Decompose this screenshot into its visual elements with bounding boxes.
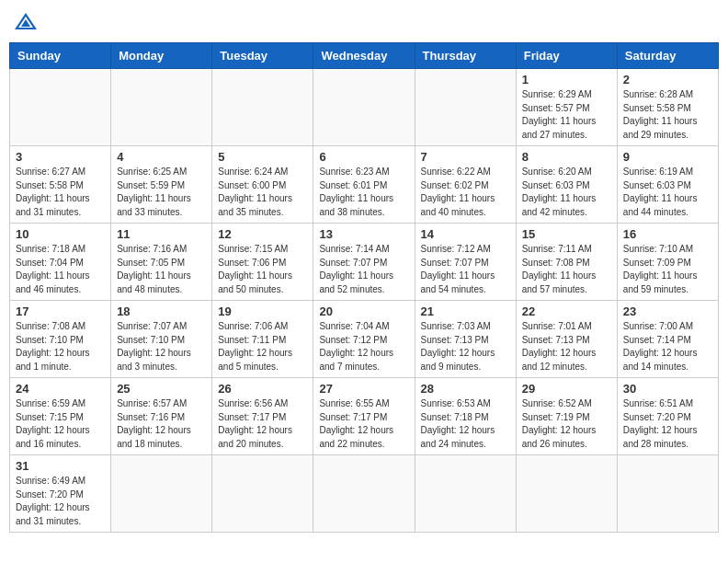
calendar-cell: 19Sunrise: 7:06 AM Sunset: 7:11 PM Dayli…: [212, 301, 313, 378]
calendar-cell: [415, 69, 516, 146]
day-info: Sunrise: 6:24 AM Sunset: 6:00 PM Dayligh…: [218, 166, 307, 219]
calendar-cell: [111, 455, 212, 533]
weekday-header-thursday: Thursday: [415, 43, 516, 69]
day-number: 13: [319, 227, 408, 241]
day-info: Sunrise: 6:56 AM Sunset: 7:17 PM Dayligh…: [218, 397, 307, 451]
day-number: 8: [522, 150, 611, 164]
day-info: Sunrise: 7:08 AM Sunset: 7:10 PM Dayligh…: [16, 320, 105, 373]
calendar-cell: 30Sunrise: 6:51 AM Sunset: 7:20 PM Dayli…: [617, 378, 718, 455]
day-info: Sunrise: 7:12 AM Sunset: 7:07 PM Dayligh…: [421, 243, 510, 296]
header: [9, 9, 719, 35]
calendar-cell: 22Sunrise: 7:01 AM Sunset: 7:13 PM Dayli…: [516, 301, 617, 378]
day-number: 14: [421, 227, 510, 241]
day-number: 18: [117, 304, 206, 318]
day-number: 16: [623, 227, 712, 241]
calendar-cell: 9Sunrise: 6:19 AM Sunset: 6:03 PM Daylig…: [617, 146, 718, 224]
day-number: 11: [117, 227, 206, 241]
day-info: Sunrise: 6:52 AM Sunset: 7:19 PM Dayligh…: [522, 397, 611, 451]
calendar-week-1: 3Sunrise: 6:27 AM Sunset: 5:58 PM Daylig…: [10, 146, 719, 224]
calendar-cell: [212, 69, 313, 146]
day-info: Sunrise: 6:28 AM Sunset: 5:58 PM Dayligh…: [623, 88, 712, 142]
calendar-cell: 3Sunrise: 6:27 AM Sunset: 5:58 PM Daylig…: [10, 146, 111, 224]
calendar-cell: 1Sunrise: 6:29 AM Sunset: 5:57 PM Daylig…: [516, 69, 617, 146]
day-info: Sunrise: 6:55 AM Sunset: 7:17 PM Dayligh…: [319, 397, 408, 451]
calendar-cell: 15Sunrise: 7:11 AM Sunset: 7:08 PM Dayli…: [516, 224, 617, 301]
weekday-header-tuesday: Tuesday: [212, 43, 313, 69]
calendar-cell: [212, 455, 313, 533]
day-info: Sunrise: 7:07 AM Sunset: 7:10 PM Dayligh…: [117, 320, 206, 373]
day-number: 4: [117, 150, 206, 164]
calendar-cell: 23Sunrise: 7:00 AM Sunset: 7:14 PM Dayli…: [617, 301, 718, 378]
calendar-cell: 31Sunrise: 6:49 AM Sunset: 7:20 PM Dayli…: [10, 455, 111, 533]
calendar-cell: 11Sunrise: 7:16 AM Sunset: 7:05 PM Dayli…: [111, 224, 212, 301]
calendar-cell: 20Sunrise: 7:04 AM Sunset: 7:12 PM Dayli…: [313, 301, 415, 378]
day-number: 27: [319, 382, 408, 396]
day-info: Sunrise: 7:01 AM Sunset: 7:13 PM Dayligh…: [522, 320, 611, 373]
calendar-week-5: 31Sunrise: 6:49 AM Sunset: 7:20 PM Dayli…: [10, 455, 719, 533]
calendar-cell: 29Sunrise: 6:52 AM Sunset: 7:19 PM Dayli…: [516, 378, 617, 455]
day-info: Sunrise: 6:51 AM Sunset: 7:20 PM Dayligh…: [623, 397, 712, 451]
logo: [13, 9, 42, 35]
day-info: Sunrise: 7:03 AM Sunset: 7:13 PM Dayligh…: [421, 320, 510, 373]
day-info: Sunrise: 7:00 AM Sunset: 7:14 PM Dayligh…: [623, 320, 712, 373]
calendar-week-2: 10Sunrise: 7:18 AM Sunset: 7:04 PM Dayli…: [10, 224, 719, 301]
day-number: 17: [16, 304, 105, 318]
day-info: Sunrise: 7:18 AM Sunset: 7:04 PM Dayligh…: [16, 243, 105, 296]
day-number: 30: [623, 382, 712, 396]
calendar-cell: 6Sunrise: 6:23 AM Sunset: 6:01 PM Daylig…: [313, 146, 415, 224]
day-number: 1: [522, 73, 611, 86]
weekday-header-friday: Friday: [516, 43, 617, 69]
day-info: Sunrise: 6:27 AM Sunset: 5:58 PM Dayligh…: [16, 166, 105, 219]
day-info: Sunrise: 6:20 AM Sunset: 6:03 PM Dayligh…: [522, 166, 611, 219]
day-number: 9: [623, 150, 712, 164]
calendar-cell: 25Sunrise: 6:57 AM Sunset: 7:16 PM Dayli…: [111, 378, 212, 455]
day-number: 25: [117, 382, 206, 396]
calendar-cell: 16Sunrise: 7:10 AM Sunset: 7:09 PM Dayli…: [617, 224, 718, 301]
day-number: 24: [16, 382, 105, 396]
day-number: 5: [218, 150, 307, 164]
day-number: 23: [623, 304, 712, 318]
day-info: Sunrise: 7:16 AM Sunset: 7:05 PM Dayligh…: [117, 243, 206, 296]
day-number: 31: [16, 459, 105, 473]
weekday-header-monday: Monday: [111, 43, 212, 69]
day-info: Sunrise: 7:10 AM Sunset: 7:09 PM Dayligh…: [623, 243, 712, 296]
calendar-cell: 17Sunrise: 7:08 AM Sunset: 7:10 PM Dayli…: [10, 301, 111, 378]
day-info: Sunrise: 6:59 AM Sunset: 7:15 PM Dayligh…: [16, 397, 105, 451]
day-number: 29: [522, 382, 611, 396]
day-info: Sunrise: 7:15 AM Sunset: 7:06 PM Dayligh…: [218, 243, 307, 296]
calendar-cell: 2Sunrise: 6:28 AM Sunset: 5:58 PM Daylig…: [617, 69, 718, 146]
day-number: 10: [16, 227, 105, 241]
day-number: 26: [218, 382, 307, 396]
calendar-cell: 10Sunrise: 7:18 AM Sunset: 7:04 PM Dayli…: [10, 224, 111, 301]
calendar-cell: 18Sunrise: 7:07 AM Sunset: 7:10 PM Dayli…: [111, 301, 212, 378]
day-info: Sunrise: 6:49 AM Sunset: 7:20 PM Dayligh…: [16, 475, 105, 528]
calendar-week-3: 17Sunrise: 7:08 AM Sunset: 7:10 PM Dayli…: [10, 301, 719, 378]
calendar-week-0: 1Sunrise: 6:29 AM Sunset: 5:57 PM Daylig…: [10, 69, 719, 146]
weekday-header-row: SundayMondayTuesdayWednesdayThursdayFrid…: [10, 43, 719, 69]
calendar-cell: 21Sunrise: 7:03 AM Sunset: 7:13 PM Dayli…: [415, 301, 516, 378]
calendar-cell: [313, 69, 415, 146]
calendar-cell: [111, 69, 212, 146]
calendar-cell: 28Sunrise: 6:53 AM Sunset: 7:18 PM Dayli…: [415, 378, 516, 455]
calendar-cell: 4Sunrise: 6:25 AM Sunset: 5:59 PM Daylig…: [111, 146, 212, 224]
day-info: Sunrise: 6:25 AM Sunset: 5:59 PM Dayligh…: [117, 166, 206, 219]
calendar-body: 1Sunrise: 6:29 AM Sunset: 5:57 PM Daylig…: [10, 69, 719, 533]
day-number: 20: [319, 304, 408, 318]
calendar-table: SundayMondayTuesdayWednesdayThursdayFrid…: [9, 42, 719, 533]
day-number: 7: [421, 150, 510, 164]
day-info: Sunrise: 6:57 AM Sunset: 7:16 PM Dayligh…: [117, 397, 206, 451]
calendar-cell: 24Sunrise: 6:59 AM Sunset: 7:15 PM Dayli…: [10, 378, 111, 455]
day-number: 15: [522, 227, 611, 241]
day-info: Sunrise: 6:23 AM Sunset: 6:01 PM Dayligh…: [319, 166, 408, 219]
day-number: 28: [421, 382, 510, 396]
calendar-cell: [516, 455, 617, 533]
day-number: 3: [16, 150, 105, 164]
calendar-cell: 7Sunrise: 6:22 AM Sunset: 6:02 PM Daylig…: [415, 146, 516, 224]
day-info: Sunrise: 7:06 AM Sunset: 7:11 PM Dayligh…: [218, 320, 307, 373]
weekday-header-saturday: Saturday: [617, 43, 718, 69]
day-number: 19: [218, 304, 307, 318]
calendar-cell: 5Sunrise: 6:24 AM Sunset: 6:00 PM Daylig…: [212, 146, 313, 224]
day-info: Sunrise: 6:19 AM Sunset: 6:03 PM Dayligh…: [623, 166, 712, 219]
weekday-header-sunday: Sunday: [10, 43, 111, 69]
calendar-cell: 13Sunrise: 7:14 AM Sunset: 7:07 PM Dayli…: [313, 224, 415, 301]
